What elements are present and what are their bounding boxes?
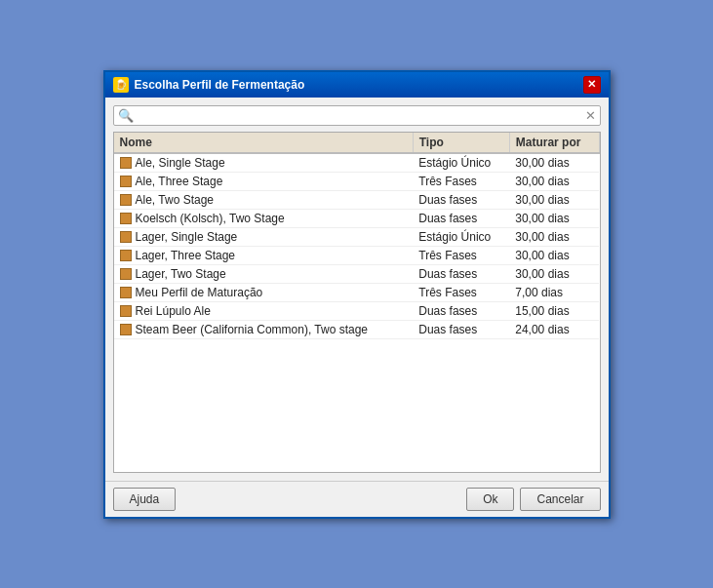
search-icon: 🔍: [118, 108, 134, 123]
cell-name: Koelsch (Kolsch), Two Stage: [114, 209, 414, 227]
cell-name: Lager, Single Stage: [114, 227, 414, 246]
cell-name: Lager, Three Stage: [114, 246, 414, 264]
row-icon: [120, 324, 132, 335]
table-header-row: Nome Tipo Maturar por: [114, 133, 600, 153]
table-row[interactable]: Lager, Two Stage Duas fases 30,00 dias: [114, 264, 600, 283]
dialog-icon: 🍺: [113, 77, 129, 93]
col-header-mature: Maturar por: [509, 133, 599, 153]
cell-name: Ale, Two Stage: [114, 190, 414, 209]
col-header-type: Tipo: [413, 133, 509, 153]
table-row[interactable]: Lager, Single Stage Estágio Único 30,00 …: [114, 227, 600, 246]
col-header-name: Nome: [114, 133, 414, 153]
table-row[interactable]: Meu Perfil de Maturação Três Fases 7,00 …: [114, 283, 600, 301]
row-icon: [120, 157, 132, 169]
row-icon: [120, 194, 132, 206]
row-icon: [120, 250, 132, 261]
cell-type: Estágio Único: [413, 153, 509, 173]
cell-type: Três Fases: [413, 172, 509, 190]
table-row[interactable]: Ale, Three Stage Três Fases 30,00 dias: [114, 172, 600, 190]
cell-name: Steam Beer (California Common), Two stag…: [114, 320, 414, 338]
profiles-table: Nome Tipo Maturar por Ale, Single Stage …: [114, 133, 600, 339]
cancel-button[interactable]: Cancelar: [520, 488, 600, 511]
cell-mature: 30,00 dias: [509, 227, 599, 246]
cell-mature: 30,00 dias: [509, 153, 599, 173]
cell-mature: 30,00 dias: [509, 264, 599, 283]
row-icon: [120, 305, 132, 317]
table-row[interactable]: Koelsch (Kolsch), Two Stage Duas fases 3…: [114, 209, 600, 227]
cell-mature: 7,00 dias: [509, 283, 599, 301]
cell-mature: 15,00 dias: [509, 301, 599, 320]
cell-name: Meu Perfil de Maturação: [114, 283, 414, 301]
cell-type: Duas fases: [413, 301, 509, 320]
table-body: Ale, Single Stage Estágio Único 30,00 di…: [114, 153, 600, 339]
cell-type: Duas fases: [413, 209, 509, 227]
row-icon: [120, 176, 132, 187]
profiles-table-container: Nome Tipo Maturar por Ale, Single Stage …: [113, 132, 601, 473]
ok-button[interactable]: Ok: [466, 488, 514, 511]
cell-name: Rei Lúpulo Ale: [114, 301, 414, 320]
fermentation-profile-dialog: 🍺 Escolha Perfil de Fermentação ✕ 🔍 ✕ No…: [103, 70, 611, 519]
close-button[interactable]: ✕: [583, 76, 601, 94]
cell-type: Duas fases: [413, 190, 509, 209]
table-row[interactable]: Steam Beer (California Common), Two stag…: [114, 320, 600, 338]
dialog-footer: Ajuda Ok Cancelar: [105, 481, 609, 517]
row-icon: [120, 231, 132, 243]
dialog-title: Escolha Perfil de Fermentação: [135, 78, 305, 92]
ok-cancel-group: Ok Cancelar: [466, 488, 600, 511]
cell-mature: 30,00 dias: [509, 190, 599, 209]
table-row[interactable]: Ale, Single Stage Estágio Único 30,00 di…: [114, 153, 600, 173]
row-icon: [120, 287, 132, 298]
cell-name: Ale, Three Stage: [114, 172, 414, 190]
cell-type: Estágio Único: [413, 227, 509, 246]
cell-name: Ale, Single Stage: [114, 153, 414, 173]
table-row[interactable]: Rei Lúpulo Ale Duas fases 15,00 dias: [114, 301, 600, 320]
cell-type: Duas fases: [413, 320, 509, 338]
cell-mature: 30,00 dias: [509, 172, 599, 190]
search-input[interactable]: [138, 108, 585, 122]
table-row[interactable]: Ale, Two Stage Duas fases 30,00 dias: [114, 190, 600, 209]
search-box: 🔍 ✕: [113, 105, 601, 126]
row-icon: [120, 268, 132, 280]
cell-type: Três Fases: [413, 283, 509, 301]
title-bar-left: 🍺 Escolha Perfil de Fermentação: [113, 77, 305, 93]
cell-type: Três Fases: [413, 246, 509, 264]
cell-type: Duas fases: [413, 264, 509, 283]
clear-search-button[interactable]: ✕: [585, 108, 596, 123]
cell-mature: 24,00 dias: [509, 320, 599, 338]
cell-mature: 30,00 dias: [509, 246, 599, 264]
dialog-body: 🔍 ✕ Nome Tipo Maturar por Ale, Single St…: [105, 98, 609, 481]
cell-mature: 30,00 dias: [509, 209, 599, 227]
title-bar: 🍺 Escolha Perfil de Fermentação ✕: [105, 72, 609, 98]
help-button[interactable]: Ajuda: [113, 488, 177, 511]
cell-name: Lager, Two Stage: [114, 264, 414, 283]
row-icon: [120, 213, 132, 224]
table-row[interactable]: Lager, Three Stage Três Fases 30,00 dias: [114, 246, 600, 264]
